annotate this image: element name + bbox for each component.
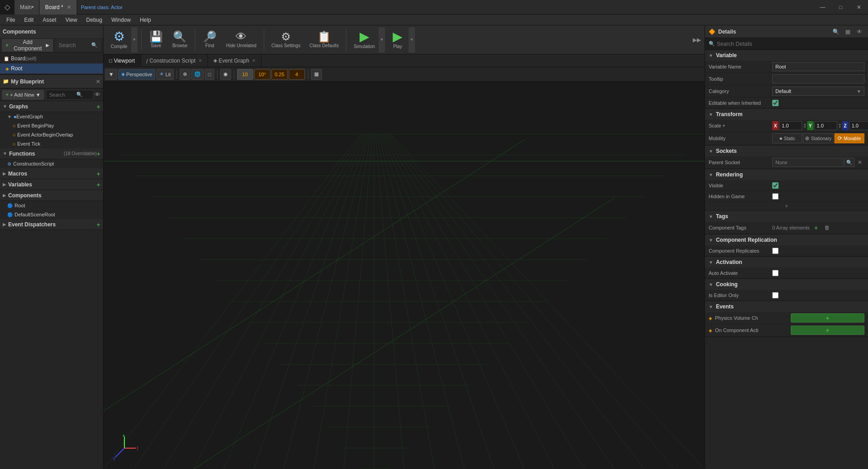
component-replicates-checkbox[interactable] [772,248,779,254]
rendering-section-header[interactable]: ▼ Rendering [705,169,868,180]
vp-grid-button[interactable]: ▦ [311,69,322,80]
parent-socket-input[interactable] [772,158,843,167]
menu-help[interactable]: Help [135,15,156,25]
search-component-input[interactable] [59,42,90,49]
bp-components-section-header[interactable]: ▶ Components [0,190,103,201]
vp-icon-btn-4[interactable]: ◉ [220,69,231,80]
menu-window[interactable]: Window [107,15,135,25]
event-dispatchers-section-header[interactable]: ▶ Event Dispatchers + [0,219,103,230]
editable-inherited-checkbox[interactable] [772,100,779,106]
activation-section-header[interactable]: ▼ Activation [705,257,868,268]
lit-button[interactable]: ☀ Lit [156,69,174,80]
variables-add-button[interactable]: + [97,181,100,188]
menu-view[interactable]: View [61,15,82,25]
hide-unrelated-button[interactable]: 👁 Hide Unrelated [222,27,260,53]
scale-y-input[interactable] [814,121,837,130]
menu-asset[interactable]: Asset [38,15,61,25]
save-button[interactable]: 💾 Save [145,27,167,53]
macros-add-button[interactable]: + [97,170,100,177]
tab-main[interactable]: Main• [15,0,39,15]
tooltip-input[interactable] [772,74,864,83]
tab-close-board[interactable]: ✕ [67,4,71,10]
class-defaults-button[interactable]: 📋 Class Defaults [306,27,342,53]
maximize-btn[interactable]: □ [832,0,850,15]
simulation-dropdown[interactable]: ▼ [379,27,385,53]
cooking-section-header[interactable]: ▼ Cooking [705,279,868,290]
mobility-static-button[interactable]: ● Static [772,133,802,143]
details-eye-icon-btn[interactable]: 👁 [854,27,864,37]
find-button[interactable]: 🔎 Find [199,27,221,53]
functions-add-button[interactable]: + [97,150,100,157]
scale-z-input[interactable] [849,121,868,130]
events-section-header[interactable]: ▼ Events [705,301,868,312]
browse-button[interactable]: 🔍 Browse [169,27,191,53]
minimize-btn[interactable]: — [814,0,832,15]
add-component-button[interactable]: + Add Component ▶ [2,39,53,52]
component-replication-header[interactable]: ▼ Component Replication [705,234,868,245]
details-search-input[interactable] [717,41,865,47]
play-dropdown[interactable]: ▼ [409,27,415,53]
viewport-canvas[interactable]: X Z Y [104,82,705,469]
compile-button[interactable]: ⚙ Compile [107,27,131,53]
visible-checkbox[interactable] [772,182,779,189]
compile-dropdown[interactable]: ▼ [131,27,138,53]
menu-edit[interactable]: Edit [20,15,38,25]
mobility-movable-button[interactable]: ⟳ Movable [834,133,864,143]
mobility-stationary-button[interactable]: ⊕ Stationary [803,133,833,143]
category-select[interactable]: Default ▼ [772,87,864,96]
blueprint-search-input[interactable] [49,92,76,98]
close-btn[interactable]: ✕ [850,0,868,15]
simulation-button[interactable]: ▶ Simulation [350,27,379,53]
functions-section-header[interactable]: ▼ Functions (18 Overridable) + [0,148,103,159]
vp-number-2[interactable]: 10° [254,69,271,80]
menu-file[interactable]: File [2,15,20,25]
tab-event-graph[interactable]: ◈ Event Graph ✕ [208,54,261,67]
auto-activate-checkbox[interactable] [772,270,779,276]
tab-board[interactable]: Board * ✕ [39,0,77,15]
event-dispatchers-add-button[interactable]: + [97,221,100,228]
play-button[interactable]: ▶ Play [387,27,409,53]
class-settings-button[interactable]: ⚙ Class Settings [268,27,304,53]
vp-icon-btn-2[interactable]: 🌐 [191,69,204,80]
vp-icon-btn-3[interactable]: □ [205,69,214,80]
graphs-add-button[interactable]: + [97,103,100,110]
scale-x-arrows[interactable]: ▲▼ [804,123,806,128]
vp-number-4[interactable]: 4 [289,69,305,80]
details-grid-icon-btn[interactable]: ▦ [843,27,853,37]
vp-icon-btn-1[interactable]: ⊕ [180,69,190,80]
tab-viewport[interactable]: □ Viewport [104,54,141,67]
my-blueprint-close[interactable]: ✕ [96,78,100,85]
variables-section-header[interactable]: ▶ Variables + [0,179,103,190]
event-physics-add-button[interactable]: + [791,313,865,322]
sockets-section-header[interactable]: ▼ Sockets [705,146,868,156]
socket-clear-button[interactable]: ✕ [855,158,864,167]
tags-section-header[interactable]: ▼ Tags [705,211,868,222]
blueprint-visibility-button[interactable]: 👁 [94,90,101,99]
add-tag-button[interactable]: + [812,223,821,232]
vp-number-1[interactable]: 10 [237,69,253,80]
variable-section-header[interactable]: ▼ Variable [705,50,868,61]
construction-script-item[interactable]: ⚙ ConstructionScript [0,159,103,168]
bp-root-item[interactable]: 🔵 Root [0,201,103,210]
viewport-collapse-button[interactable]: ▼ [105,69,117,80]
perspective-button[interactable]: ◈ Perspective [118,69,155,80]
event-actoroverlap-item[interactable]: ◇ Event ActorBeginOverlap [0,130,103,139]
bp-defaultsceneroot-item[interactable]: 🔵 DefaultSceneRoot [0,210,103,219]
is-editor-only-checkbox[interactable] [772,292,779,298]
remove-tag-button[interactable]: 🗑 [823,223,832,232]
event-tick-item[interactable]: ◇ Event Tick [0,139,103,148]
scale-x-input[interactable] [779,121,802,130]
toolbar-more-button[interactable]: ▶▶ [693,37,701,43]
event-graph-tab-close[interactable]: ✕ [252,58,256,63]
scale-y-arrows[interactable]: ▲▼ [838,123,841,128]
vp-number-3[interactable]: 0.25 [271,69,288,80]
macros-section-header[interactable]: ▶ Macros + [0,168,103,179]
hidden-in-game-checkbox[interactable] [772,193,779,200]
tab-construction-script[interactable]: f Construction Script ✕ [141,54,207,67]
event-graph-item[interactable]: ▼ ◆ EventGraph [0,112,103,121]
component-board-self[interactable]: 📋 Board (self) [0,54,103,64]
event-component-add-button[interactable]: + [791,326,865,335]
details-search-icon-btn[interactable]: 🔍 [831,27,841,37]
variable-name-input[interactable] [772,62,864,71]
event-beginplay-item[interactable]: ◇ Event BeginPlay [0,121,103,130]
